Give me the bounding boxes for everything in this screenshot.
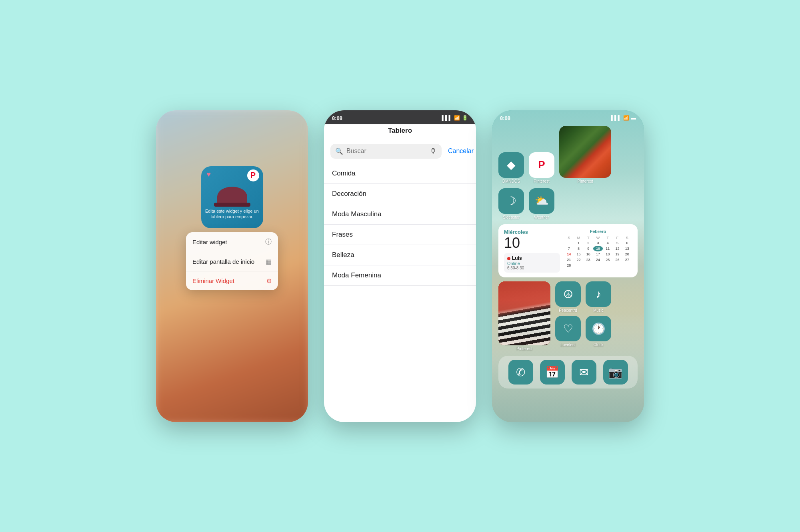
weather-label: Weather	[534, 215, 549, 219]
fashion-photo-app[interactable]: Pinterest	[498, 281, 550, 351]
p3-signal-icon: ▌▌▌	[611, 115, 621, 121]
search-bar[interactable]: 🔍 🎙	[330, 144, 442, 159]
cal-row-2: 789 10 111213	[564, 246, 632, 251]
dock-phone[interactable]: ✆	[508, 360, 533, 385]
sleepstar-app[interactable]: ☽ Sleepstar	[498, 188, 524, 219]
cal-th-t2: T	[603, 235, 612, 240]
status-icons: ▌▌▌ 📶 🔋	[442, 115, 468, 121]
lovefest-icon: ♡	[555, 316, 581, 341]
edit-homescreen-item[interactable]: Editar pantalla de inicio ▦	[186, 252, 278, 271]
cal-row-3: 14 151617181920	[564, 251, 632, 257]
clock-app[interactable]: 🕐 Clock	[586, 316, 611, 347]
dock-camera[interactable]: 📷	[603, 360, 628, 385]
weather-icon: ⛅	[529, 188, 554, 214]
icon-row-1: ☮ Peacentrd ♪ Music	[555, 281, 638, 313]
cal-th-w: W	[593, 235, 603, 240]
lovefest-app[interactable]: ♡ Lovefest	[555, 316, 581, 347]
dock-mail[interactable]: ✉	[572, 360, 596, 385]
event-name: Luis	[512, 255, 522, 261]
p3-time: 8:08	[500, 115, 510, 121]
search-input[interactable]	[346, 147, 426, 155]
heart-icon: ♥	[207, 170, 211, 179]
battery-icon: 🔋	[462, 115, 468, 121]
peacentrd-app[interactable]: ☮ Peacentrd	[555, 281, 581, 313]
right-icons: ☮ Peacentrd ♪ Music ♡ Lovefest 🕐	[555, 281, 638, 351]
cal-row-1: 123456	[564, 240, 632, 246]
menu-item-moda-masculina[interactable]: Moda Masculina	[324, 204, 476, 225]
mini-calendar: Febrero S M T W T F S	[564, 229, 632, 268]
music-label: Music	[593, 308, 604, 313]
p3-status-bar: 8:08 ▌▌▌ 📶 ▬	[492, 110, 644, 124]
cal-event: Luis Online 6:30-8:30	[504, 253, 560, 273]
app-row-1: ◆ DMNDOS P Pinterest Pinterest	[492, 124, 644, 186]
cal-th-t1: T	[584, 235, 593, 240]
cal-row-5: 28	[564, 263, 632, 268]
menu-item-frases[interactable]: Frases	[324, 225, 476, 245]
bottom-apps: Pinterest ☮ Peacentrd ♪ Music ♡	[492, 280, 644, 353]
cancel-button[interactable]: Cancelar	[448, 147, 474, 155]
grid-icon: ▦	[266, 258, 272, 265]
minus-circle-icon: ⊖	[266, 277, 272, 285]
edit-homescreen-label: Editar pantalla de inicio	[192, 258, 254, 265]
mini-cal-table: S M T W T F S 123456	[564, 235, 632, 268]
context-menu: Editar widget ⓘ Editar pantalla de inici…	[186, 232, 278, 290]
cal-row-4: 21222324252627	[564, 257, 632, 263]
clock-label: Clock	[593, 343, 603, 347]
peacentrd-label: Peacentrd	[559, 308, 577, 313]
lovefest-label: Lovefest	[560, 343, 576, 347]
forest-app[interactable]: Pinterest	[559, 126, 611, 183]
dmndos-label: DMNDOS	[502, 179, 520, 183]
signal-icon: ▌▌▌	[442, 115, 452, 121]
peace-icon: ☮	[555, 281, 581, 307]
phone3: 8:08 ▌▌▌ 📶 ▬ ◆ DMNDOS P Pinterest Pinter…	[492, 110, 644, 422]
cal-left: Miércoles 10 Luis Online 6:30-8:30	[504, 229, 560, 273]
dmndos-icon: ◆	[498, 152, 524, 178]
cal-th-s1: S	[564, 235, 574, 240]
sleepstar-label: Sleepstar	[503, 215, 520, 219]
pinterest-label-1: Pinterest	[534, 179, 549, 183]
info-icon: ⓘ	[265, 238, 272, 246]
wifi-icon: 📶	[454, 115, 460, 121]
p3-wifi-icon: 📶	[623, 115, 629, 121]
phone3-content: 8:08 ▌▌▌ 📶 ▬ ◆ DMNDOS P Pinterest Pinter…	[492, 110, 644, 422]
menu-item-decoracion[interactable]: Decoración	[324, 184, 476, 204]
fashion-label: Pinterest	[516, 347, 532, 351]
remove-widget-item[interactable]: Eliminar Widget ⊖	[186, 271, 278, 290]
search-icon: 🔍	[335, 147, 343, 155]
fashion-image	[498, 281, 550, 345]
menu-item-moda-femenina[interactable]: Moda Femenina	[324, 265, 476, 286]
p3-battery-icon: ▬	[631, 115, 636, 121]
mini-cal-header: Febrero	[564, 229, 632, 234]
event-status: Online	[507, 261, 557, 266]
day-name: Miércoles	[504, 229, 560, 235]
pinterest-icon-1: P	[529, 152, 554, 178]
remove-widget-label: Eliminar Widget	[192, 277, 234, 284]
music-icon: ♪	[586, 281, 611, 307]
weather-app[interactable]: ⛅ Weather	[529, 188, 554, 219]
cal-th-s2: S	[622, 235, 632, 240]
forest-image	[559, 126, 611, 178]
pinterest-p-icon: P	[247, 169, 259, 181]
dock-calendar[interactable]: 📅	[540, 360, 565, 385]
dmndos-app[interactable]: ◆ DMNDOS	[498, 152, 524, 183]
status-time: 8:08	[332, 115, 342, 121]
fashion-photo	[498, 281, 550, 345]
search-row: 🔍 🎙 Cancelar	[324, 139, 476, 163]
p3-status-icons: ▌▌▌ 📶 ▬	[611, 115, 636, 121]
app-row-2: ☽ Sleepstar ⛅ Weather	[492, 186, 644, 222]
music-app[interactable]: ♪ Music	[586, 281, 611, 313]
edit-widget-item[interactable]: Editar widget ⓘ	[186, 232, 278, 252]
forest-label: Pinterest	[577, 179, 593, 183]
pinterest-app-1[interactable]: P Pinterest	[529, 152, 554, 183]
phone1: ♥ P Edita este widget y elige un tablero…	[156, 110, 308, 422]
cal-right: Febrero S M T W T F S	[564, 229, 632, 273]
menu-item-comida[interactable]: Comida	[324, 163, 476, 184]
icon-row-2: ♡ Lovefest 🕐 Clock	[555, 316, 638, 347]
calendar-widget[interactable]: Miércoles 10 Luis Online 6:30-8:30 Febre…	[498, 224, 638, 278]
pinterest-widget[interactable]: ♥ P Edita este widget y elige un tablero…	[201, 166, 263, 228]
edit-widget-label: Editar widget	[192, 239, 227, 245]
mic-icon: 🎙	[430, 147, 437, 155]
widget-text: Edita este widget y elige un tablero par…	[205, 208, 259, 220]
day-num: 10	[504, 235, 560, 251]
menu-item-belleza[interactable]: Belleza	[324, 245, 476, 265]
